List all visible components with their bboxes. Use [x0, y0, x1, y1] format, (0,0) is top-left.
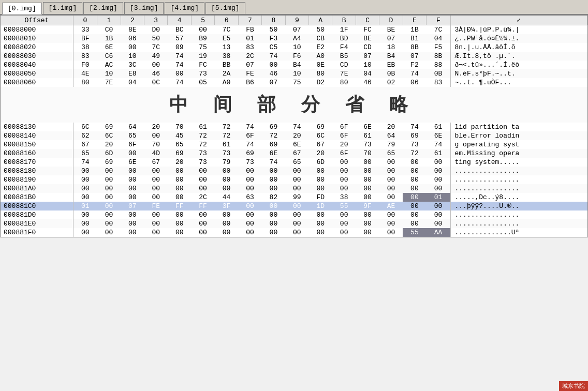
cell-byte: F3 [262, 34, 285, 43]
cell-ascii: ~..t. ¶.uÒF... [450, 78, 587, 87]
cell-byte: 6D [97, 149, 121, 158]
cell-byte: 65 [379, 149, 403, 158]
cell-byte: 46 [144, 69, 168, 78]
table-row: 000881F0000000000000000000000000000055AA… [1, 228, 587, 237]
cell-byte: 00 [73, 210, 97, 219]
cell-byte: 2C [191, 193, 214, 202]
cell-byte: 00 [121, 210, 144, 219]
cell-byte: 6C [73, 123, 97, 131]
cell-byte: 00 [121, 175, 144, 184]
cell-byte: 00 [403, 202, 426, 210]
table-row: 00088160656D004D697373696E67206F70657261… [1, 149, 587, 158]
cell-offset: 000881D0 [1, 210, 73, 219]
cell-byte: 00 [144, 193, 168, 202]
tab-4[interactable]: [4.img] [165, 2, 204, 14]
table-row: 00088010BF1B065057B9E501F3A4CBBDBE07B104… [1, 34, 587, 43]
cell-byte: 00 [215, 167, 238, 175]
cell-byte: 20 [144, 123, 168, 131]
cell-byte: 67 [144, 158, 168, 167]
table-row: 000881306C696420706172746974696F6E207461… [1, 123, 587, 131]
cell-byte: 00 [168, 175, 191, 184]
tab-0[interactable]: [0.img] [2, 3, 42, 14]
cell-byte: 50 [144, 34, 168, 43]
cell-byte: B1 [403, 34, 426, 43]
cell-byte: 09 [168, 43, 191, 52]
cell-offset: 000881C0 [1, 202, 73, 210]
col-5: 5 [191, 16, 214, 25]
table-row: 0008815067206F7065726174696E672073797374… [1, 140, 587, 149]
cell-byte: 83 [427, 78, 450, 87]
cell-byte: 1D [309, 202, 332, 210]
cell-byte: 10 [356, 61, 379, 69]
cell-byte: 00 [285, 210, 308, 219]
cell-ascii: ................ [450, 219, 587, 228]
cell-ascii: ................ [450, 167, 587, 175]
cell-byte: 8E [121, 25, 144, 35]
cell-byte: 49 [144, 52, 168, 61]
cell-byte: 72 [191, 140, 214, 149]
col-7: 7 [238, 16, 261, 25]
cell-byte: 33 [73, 25, 97, 35]
cell-byte: 9F [356, 202, 379, 210]
cell-byte: 69 [97, 123, 121, 131]
cell-byte: 06 [403, 78, 426, 87]
cell-byte: CB [309, 34, 332, 43]
cell-byte: CD [356, 43, 379, 52]
cell-byte: 00 [238, 167, 261, 175]
cell-byte: 75 [191, 43, 214, 52]
cell-offset: 00088050 [1, 69, 73, 78]
cell-byte: 00 [168, 228, 191, 237]
cell-byte: 00 [238, 202, 261, 210]
cell-byte: 00 [97, 167, 121, 175]
cell-byte: 62 [73, 131, 97, 140]
cell-byte: 00 [191, 184, 214, 193]
cell-byte: 07 [356, 52, 379, 61]
cell-offset: 00088150 [1, 140, 73, 149]
cell-byte: 00 [403, 158, 426, 167]
table-row: 00088140626C65004572726F72206C6F6164696E… [1, 131, 587, 140]
cell-byte: B4 [379, 52, 403, 61]
cell-offset: 00088030 [1, 52, 73, 61]
tab-5[interactable]: [5.img] [205, 2, 245, 14]
cell-byte: 7E [332, 69, 356, 78]
cell-byte: 83 [73, 52, 97, 61]
cell-byte: 00 [262, 202, 285, 210]
cell-byte: 00 [356, 167, 379, 175]
cell-byte: 00 [285, 167, 308, 175]
col-3: 3 [144, 16, 168, 25]
cell-byte: 69 [262, 140, 285, 149]
cell-byte: 07 [238, 61, 261, 69]
table-row: 000881D000000000000000000000000000000000… [1, 210, 587, 219]
hex-viewer: Offset 0 1 2 3 4 5 6 7 8 9 A B C D E F ✓… [0, 15, 588, 237]
cell-byte: 70 [168, 123, 191, 131]
cell-byte: 18 [379, 43, 403, 52]
cell-byte: 67 [73, 140, 97, 149]
tab-3[interactable]: [3.img] [124, 2, 164, 14]
cell-byte: 07 [285, 25, 308, 35]
cell-offset: 00088180 [1, 167, 73, 175]
cell-byte: 01 [427, 193, 450, 202]
tab-1[interactable]: [1.img] [43, 2, 83, 14]
cell-byte: 8B [403, 43, 426, 52]
cell-byte: 00 [215, 175, 238, 184]
cell-byte: 2C [238, 52, 261, 61]
cell-byte: 02 [379, 78, 403, 87]
table-row: 0008819000000000000000000000000000000000… [1, 175, 587, 184]
cell-byte: 00 [73, 175, 97, 184]
cell-byte: 20 [168, 158, 191, 167]
cell-offset: 000881B0 [1, 193, 73, 202]
col-check: ✓ [450, 16, 587, 25]
cell-byte: 55 [403, 228, 426, 237]
table-row: 0008800033C08ED0BC007CFB5007501FFCBE1B7C… [1, 25, 587, 35]
cell-byte: 50 [262, 25, 285, 35]
hex-table: Offset 0 1 2 3 4 5 6 7 8 9 A B C D E F ✓… [1, 16, 587, 237]
tab-2[interactable]: [2.img] [83, 2, 123, 14]
cell-byte: 7C [215, 25, 238, 35]
cell-byte: 20 [379, 123, 403, 131]
cell-byte: 7C [144, 43, 168, 52]
cell-byte: 00 [73, 219, 97, 228]
cell-byte: 00 [121, 184, 144, 193]
cell-byte: 6E [262, 149, 285, 158]
cell-byte: 70 [356, 149, 379, 158]
cell-byte: 00 [191, 210, 214, 219]
